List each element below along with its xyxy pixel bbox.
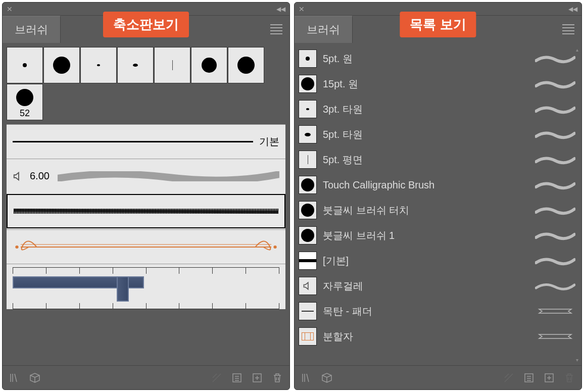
- brush-preview-pattern[interactable]: [7, 264, 285, 309]
- brush-thumb[interactable]: [191, 47, 227, 83]
- brush-icon: [299, 176, 317, 194]
- library-icon[interactable]: [9, 372, 21, 384]
- caption-badge: 목록 보기: [400, 12, 476, 37]
- brush-list-item[interactable]: 목탄 - 패더: [299, 299, 577, 324]
- brush-label: 분할자: [323, 330, 529, 344]
- delete-icon[interactable]: [563, 372, 575, 384]
- brush-icon: [299, 125, 317, 143]
- brush-icon: [299, 201, 317, 219]
- brush-preview-calligraphic[interactable]: 6.00: [7, 159, 285, 193]
- stroke-preview-icon: [535, 256, 575, 266]
- close-icon[interactable]: ✕: [299, 5, 305, 13]
- brush-thumb[interactable]: [7, 47, 43, 83]
- stroke-preview: [58, 171, 279, 181]
- brush-icon: [299, 277, 317, 295]
- stroke-preview-icon: [535, 104, 575, 114]
- stroke-preview: [13, 141, 253, 142]
- scrollbar[interactable]: [284, 47, 288, 361]
- brush-thumb[interactable]: [80, 47, 117, 83]
- stroke-preview-icon: [535, 205, 575, 215]
- brush-label: [기본]: [323, 254, 529, 268]
- thumb-label: 52: [20, 108, 30, 119]
- options-icon[interactable]: [523, 372, 535, 384]
- caption-badge: 축소판보기: [103, 12, 189, 37]
- brush-icon: [299, 75, 317, 93]
- denim-pattern-preview: [13, 276, 144, 302]
- library-icon[interactable]: [301, 372, 313, 384]
- stroke-preview-icon: [535, 129, 575, 139]
- brush-icon: [299, 100, 317, 118]
- ruler-top: [13, 267, 279, 273]
- brush-list-item[interactable]: 붓글씨 브러쉬 1: [299, 223, 577, 248]
- collapse-icon[interactable]: ◀◀: [568, 6, 577, 13]
- brush-label: 목탄 - 패더: [323, 305, 529, 318]
- brush-list-item[interactable]: Touch Calligraphic Brush: [299, 172, 577, 198]
- brush-label: 15pt. 원: [323, 77, 529, 91]
- libraries-icon[interactable]: [321, 372, 333, 384]
- brush-icon: [299, 252, 317, 270]
- brush-list-item[interactable]: 3pt. 타원: [299, 96, 577, 122]
- brushes-panel-list: ✕ ◀◀ 브러쉬 목록 보기 5pt. 원15pt. 원3pt. 타원5pt. …: [294, 2, 582, 390]
- brush-preview-basic[interactable]: 기본: [7, 124, 285, 159]
- brush-label: 자루걸레: [323, 279, 529, 293]
- options-icon[interactable]: [231, 372, 243, 384]
- brush-label: 붓글씨 브러쉬 1: [323, 229, 529, 242]
- brush-stroke-previews: 기본 6.00: [7, 124, 285, 309]
- close-icon[interactable]: ✕: [7, 5, 13, 13]
- scrollbar[interactable]: ▴ ▾: [576, 47, 580, 361]
- brush-thumb[interactable]: [43, 47, 80, 83]
- remove-stroke-icon[interactable]: [503, 372, 515, 384]
- brush-label: 붓글씨 브러쉬 터치: [323, 204, 529, 217]
- panel-menu-icon[interactable]: [562, 22, 574, 36]
- stroke-preview-icon: [535, 155, 575, 165]
- brush-label: 5pt. 원: [323, 52, 529, 66]
- stroke-preview-icon: [535, 54, 575, 64]
- brush-list-item[interactable]: [기본]: [299, 248, 577, 273]
- panel-footer: [3, 365, 289, 389]
- brush-list-item[interactable]: 5pt. 평면: [299, 147, 577, 172]
- new-brush-icon[interactable]: [251, 372, 263, 384]
- remove-stroke-icon[interactable]: [211, 372, 223, 384]
- panel-menu-icon[interactable]: [270, 22, 282, 36]
- brush-list-item[interactable]: 5pt. 타원: [299, 122, 577, 147]
- brush-list-item[interactable]: 붓글씨 브러쉬 터치: [299, 198, 577, 223]
- libraries-icon[interactable]: [29, 372, 41, 384]
- brush-thumb[interactable]: [154, 47, 190, 83]
- brush-icon: [299, 302, 317, 320]
- brush-thumb[interactable]: [117, 47, 154, 83]
- tab-row: 브러쉬 축소판보기: [3, 16, 289, 43]
- brush-thumb[interactable]: 52: [7, 84, 43, 120]
- brush-thumb[interactable]: [228, 47, 264, 83]
- ruler-bottom: [13, 303, 279, 309]
- stroke-preview-icon: [535, 230, 575, 240]
- brush-label: 기본: [259, 135, 279, 149]
- stroke-preview-icon: [535, 79, 575, 89]
- brush-list-item[interactable]: 5pt. 원: [299, 46, 577, 71]
- brush-icon: [299, 151, 317, 169]
- thumbnail-content: 52 기본 6.00: [3, 43, 289, 365]
- tab-row: 브러쉬 목록 보기: [295, 16, 581, 43]
- brush-label: 5pt. 평면: [323, 153, 529, 167]
- brush-icon: [299, 327, 317, 346]
- brush-icon: [299, 226, 317, 244]
- new-brush-icon[interactable]: [543, 372, 555, 384]
- tablet-pressure-icon: [13, 171, 24, 182]
- brush-list-item[interactable]: 분할자: [299, 324, 577, 349]
- brushes-panel-thumbnail: ✕ ◀◀ 브러쉬 축소판보기 52 기본: [2, 2, 290, 390]
- brush-list-item[interactable]: 15pt. 원: [299, 71, 577, 96]
- brush-preview-ornament[interactable]: [7, 229, 285, 264]
- brush-preview-charcoal[interactable]: [7, 194, 285, 228]
- stroke-preview: [13, 239, 279, 255]
- brush-label: 5pt. 타원: [323, 128, 529, 141]
- delete-icon[interactable]: [271, 372, 283, 384]
- brushes-tab[interactable]: 브러쉬: [3, 16, 61, 43]
- brushes-tab[interactable]: 브러쉬: [295, 16, 353, 43]
- list-content: 5pt. 원15pt. 원3pt. 타원5pt. 타원5pt. 평면Touch …: [295, 43, 581, 365]
- brush-size-value: 6.00: [30, 170, 50, 182]
- svg-point-2: [15, 246, 18, 249]
- brush-icon: [299, 50, 317, 68]
- collapse-icon[interactable]: ◀◀: [276, 6, 285, 13]
- brush-thumbnail-grid: 52: [3, 43, 289, 120]
- stroke-preview: [14, 208, 278, 215]
- brush-list-item[interactable]: 자루걸레: [299, 273, 577, 299]
